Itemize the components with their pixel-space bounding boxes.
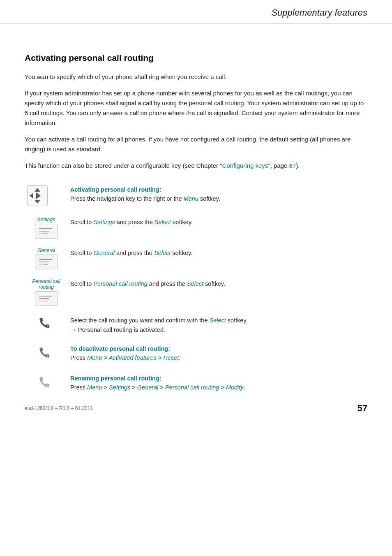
svg-point-27	[53, 357, 54, 359]
instruction-row: Activating personal call routing:Press t…	[25, 182, 367, 211]
instruction-icon-cell	[25, 182, 68, 211]
page-header: Supplementary features	[0, 0, 392, 23]
page-ref-link[interactable]: 87	[289, 162, 296, 169]
svg-point-12	[47, 330, 48, 331]
svg-point-13	[49, 330, 50, 331]
instruction-heading: Renaming personal call routing:	[70, 375, 365, 382]
svg-point-15	[53, 330, 54, 331]
page-footer: eud-1292/1.0 – R1.0 – 01.2011 57	[25, 403, 367, 414]
svg-point-2	[51, 324, 52, 325]
svg-point-46	[51, 389, 52, 390]
page-title: Activating personal call routing	[25, 53, 367, 63]
instruction-text: Scroll to Settings and press the Select …	[70, 218, 365, 227]
instruction-row: To deactivate personal call routing:Pres…	[25, 341, 367, 368]
svg-point-30	[51, 359, 52, 361]
header-title: Supplementary features	[271, 7, 367, 18]
instruction-row: GeneralScroll to General and press the S…	[25, 244, 367, 273]
svg-point-43	[53, 387, 54, 388]
svg-point-40	[47, 387, 48, 388]
instruction-text: Scroll to Personal call routing and pres…	[70, 279, 365, 288]
instruction-heading: To deactivate personal call routing:	[70, 345, 365, 352]
svg-point-42	[51, 387, 52, 388]
configuring-keys-link[interactable]: "Configuring keys"	[220, 162, 270, 169]
instruction-icon-cell: Settings	[25, 213, 68, 242]
instruction-text-cell: Select the call routing you want and con…	[68, 312, 367, 339]
instruction-icon-cell	[25, 312, 68, 339]
instruction-row: Personal call routingScroll to Personal …	[25, 275, 367, 309]
svg-point-29	[49, 359, 50, 361]
intro-paragraph-4: This function can also be stored under a…	[25, 161, 367, 171]
svg-point-45	[49, 389, 50, 390]
svg-point-37	[49, 385, 50, 386]
instruction-text: Press Menu > Activated features > Reset.	[70, 353, 365, 362]
svg-point-5	[49, 326, 50, 327]
intro-paragraph-1: You wan to specify which of your phone s…	[25, 72, 367, 82]
svg-point-17	[49, 353, 50, 354]
svg-point-28	[47, 359, 48, 361]
footer-page: 57	[357, 403, 367, 414]
instruction-icon-cell	[25, 371, 68, 398]
svg-point-39	[53, 385, 54, 386]
svg-point-4	[47, 326, 48, 327]
svg-point-26	[51, 357, 52, 359]
svg-point-32	[47, 383, 48, 384]
svg-point-35	[53, 383, 54, 384]
svg-point-14	[51, 330, 52, 331]
instruction-text-cell: To deactivate personal call routing:Pres…	[68, 341, 367, 368]
instruction-table: Activating personal call routing:Press t…	[25, 182, 367, 401]
svg-point-34	[51, 383, 52, 384]
svg-point-7	[53, 326, 54, 327]
instruction-icon-cell: Personal call routing	[25, 275, 68, 309]
instruction-text: Press Menu > Settings > General > Person…	[70, 383, 365, 392]
instruction-row: Renaming personal call routing:Press Men…	[25, 371, 367, 398]
svg-point-18	[51, 353, 52, 354]
svg-point-36	[47, 385, 48, 386]
svg-point-10	[51, 328, 52, 329]
svg-point-23	[53, 355, 54, 357]
svg-point-22	[51, 355, 52, 357]
instruction-icon-cell: General	[25, 244, 68, 273]
instruction-text: Press the navigation key to the right or…	[70, 194, 365, 203]
svg-point-31	[53, 359, 54, 361]
instruction-text-cell: Renaming personal call routing:Press Men…	[68, 371, 367, 398]
instruction-text: Scroll to General and press the Select s…	[70, 248, 365, 257]
svg-point-41	[49, 387, 50, 388]
svg-point-8	[47, 328, 48, 329]
svg-point-0	[47, 324, 48, 325]
intro-paragraph-3: You can activate a call routing for all …	[25, 134, 367, 154]
svg-point-16	[47, 353, 48, 354]
instruction-text-cell: Scroll to Personal call routing and pres…	[68, 275, 367, 309]
instruction-text-cell: Scroll to General and press the Select s…	[68, 244, 367, 273]
svg-point-20	[47, 355, 48, 357]
svg-point-47	[53, 389, 54, 390]
svg-point-9	[49, 328, 50, 329]
svg-point-24	[47, 357, 48, 359]
instruction-text-cell: Scroll to Settings and press the Select …	[68, 213, 367, 242]
svg-point-44	[47, 389, 48, 390]
instruction-text-cell: Activating personal call routing:Press t…	[68, 182, 367, 211]
svg-point-38	[51, 385, 52, 386]
intro-paragraph-2: If your system administrator has set up …	[25, 88, 367, 128]
footer-left: eud-1292/1.0 – R1.0 – 01.2011	[25, 405, 93, 411]
svg-point-11	[53, 328, 54, 329]
svg-point-6	[51, 326, 52, 327]
instruction-icon-cell	[25, 341, 68, 368]
svg-point-1	[49, 324, 50, 325]
svg-point-21	[49, 355, 50, 357]
svg-point-25	[49, 357, 50, 359]
instruction-row: SettingsScroll to Settings and press the…	[25, 213, 367, 242]
instruction-text: Select the call routing you want and con…	[70, 316, 365, 335]
svg-point-33	[49, 383, 50, 384]
instruction-heading: Activating personal call routing:	[70, 186, 365, 193]
instruction-row: Select the call routing you want and con…	[25, 312, 367, 339]
svg-point-19	[53, 353, 54, 354]
svg-point-3	[53, 324, 54, 325]
